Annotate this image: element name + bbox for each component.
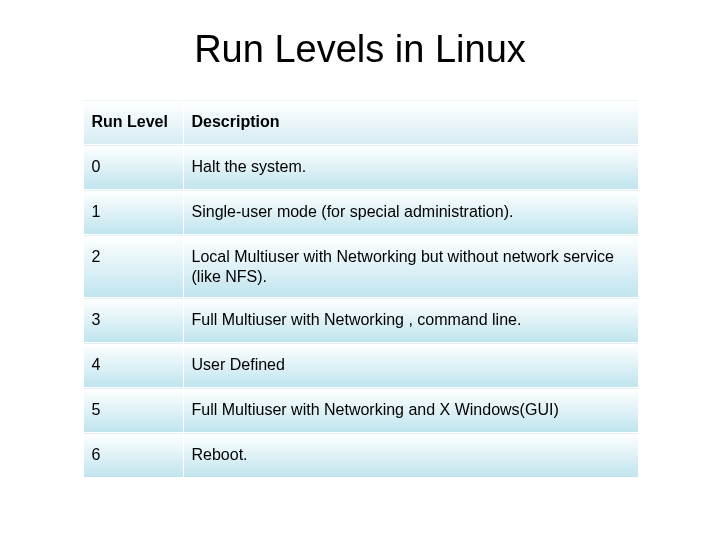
header-description: Description xyxy=(183,100,638,145)
table-row: 5 Full Multiuser with Networking and X W… xyxy=(83,388,638,433)
cell-level: 1 xyxy=(83,190,183,235)
table-row: 1 Single-user mode (for special administ… xyxy=(83,190,638,235)
cell-level: 2 xyxy=(83,235,183,298)
table-row: 6 Reboot. xyxy=(83,433,638,478)
cell-desc: Reboot. xyxy=(183,433,638,478)
cell-desc: Full Multiuser with Networking and X Win… xyxy=(183,388,638,433)
runlevel-table-container: Run Level Description 0 Halt the system.… xyxy=(83,99,638,478)
page-title: Run Levels in Linux xyxy=(50,28,670,71)
table-row: 4 User Defined xyxy=(83,343,638,388)
table-row: 2 Local Multiuser with Networking but wi… xyxy=(83,235,638,298)
cell-desc: User Defined xyxy=(183,343,638,388)
cell-level: 3 xyxy=(83,298,183,343)
table-row: 0 Halt the system. xyxy=(83,145,638,190)
cell-level: 5 xyxy=(83,388,183,433)
cell-desc: Full Multiuser with Networking , command… xyxy=(183,298,638,343)
cell-level: 6 xyxy=(83,433,183,478)
table-row: 3 Full Multiuser with Networking , comma… xyxy=(83,298,638,343)
cell-desc: Halt the system. xyxy=(183,145,638,190)
header-run-level: Run Level xyxy=(83,100,183,145)
cell-level: 0 xyxy=(83,145,183,190)
cell-desc: Local Multiuser with Networking but with… xyxy=(183,235,638,298)
runlevel-table: Run Level Description 0 Halt the system.… xyxy=(83,99,639,478)
cell-desc: Single-user mode (for special administra… xyxy=(183,190,638,235)
table-header-row: Run Level Description xyxy=(83,100,638,145)
cell-level: 4 xyxy=(83,343,183,388)
